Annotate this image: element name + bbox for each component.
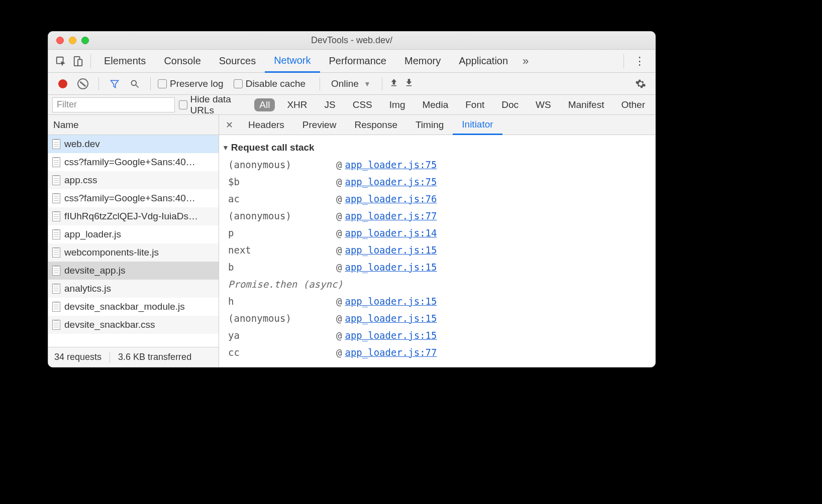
clear-button[interactable]: [74, 75, 91, 92]
at-symbol: @: [336, 347, 342, 358]
throttling-value: Online: [331, 78, 359, 89]
stack-source-link[interactable]: app_loader.js:75: [345, 159, 437, 170]
request-row[interactable]: analytics.js: [48, 280, 219, 298]
stack-source-link[interactable]: app_loader.js:15: [345, 313, 437, 324]
stack-source-link[interactable]: app_loader.js:76: [345, 193, 437, 204]
request-row[interactable]: devsite_app.js: [48, 262, 219, 280]
detail-tab-response[interactable]: Response: [345, 115, 406, 135]
tab-console[interactable]: Console: [155, 50, 210, 73]
file-icon: [52, 193, 60, 203]
panel-tabs: ElementsConsoleSourcesNetworkPerformance…: [48, 50, 655, 73]
filter-type-manifest[interactable]: Manifest: [563, 98, 609, 111]
minimize-window-button[interactable]: [69, 37, 76, 44]
record-button[interactable]: [54, 75, 71, 92]
request-row[interactable]: css?family=Google+Sans:40…: [48, 189, 219, 207]
stack-frame: b@app_loader.js:15: [221, 259, 648, 276]
stack-source-link[interactable]: app_loader.js:15: [345, 296, 437, 307]
at-symbol: @: [336, 313, 342, 324]
preserve-log-checkbox[interactable]: Preserve log: [158, 78, 224, 89]
column-header-name[interactable]: Name: [48, 115, 219, 135]
detail-tab-preview[interactable]: Preview: [293, 115, 346, 135]
tab-performance[interactable]: Performance: [320, 50, 396, 73]
file-icon: [52, 211, 60, 221]
stack-frame: ac@app_loader.js:76: [221, 190, 648, 207]
zoom-window-button[interactable]: [81, 37, 89, 44]
settings-menu-icon[interactable]: ⋮: [628, 55, 651, 68]
filter-type-all[interactable]: All: [254, 98, 275, 111]
filter-type-ws[interactable]: WS: [531, 98, 556, 111]
filter-type-font[interactable]: Font: [460, 98, 489, 111]
network-settings-icon[interactable]: [632, 75, 649, 92]
tab-application[interactable]: Application: [450, 50, 517, 73]
tab-sources[interactable]: Sources: [210, 50, 265, 73]
window-title: DevTools - web.dev/: [48, 35, 655, 46]
stack-frame: (anonymous)@app_loader.js:77: [221, 207, 648, 224]
download-har-icon[interactable]: [404, 78, 414, 89]
tab-elements[interactable]: Elements: [95, 50, 155, 73]
request-row[interactable]: app.css: [48, 171, 219, 189]
request-row[interactable]: webcomponents-lite.js: [48, 243, 219, 262]
network-content: Name web.devcss?family=Google+Sans:40…ap…: [48, 115, 655, 367]
at-symbol: @: [336, 227, 342, 238]
more-tabs-icon[interactable]: »: [517, 53, 534, 70]
at-symbol: @: [336, 193, 342, 204]
stack-source-link[interactable]: app_loader.js:77: [345, 347, 437, 358]
inspect-element-icon[interactable]: [52, 53, 69, 70]
hide-data-urls-label: Hide data URLs: [190, 94, 251, 116]
stack-function: (anonymous): [228, 313, 336, 324]
stack-function: ac: [228, 193, 336, 204]
stack-source-link[interactable]: app_loader.js:15: [345, 262, 437, 273]
detail-tab-initiator[interactable]: Initiator: [453, 115, 502, 135]
filter-type-doc[interactable]: Doc: [496, 98, 524, 111]
filter-type-xhr[interactable]: XHR: [282, 98, 312, 111]
stack-function: next: [228, 244, 336, 256]
stack-source-link[interactable]: app_loader.js:15: [345, 330, 437, 341]
call-stack: (anonymous)@app_loader.js:75$b@app_loade…: [221, 156, 648, 276]
disable-cache-checkbox[interactable]: Disable cache: [234, 78, 305, 89]
request-row[interactable]: app_loader.js: [48, 225, 219, 243]
request-name: devsite_snackbar.css: [64, 319, 155, 330]
request-row[interactable]: devsite_snackbar_module.js: [48, 298, 219, 316]
filter-type-img[interactable]: Img: [384, 98, 410, 111]
call-stack: h@app_loader.js:15(anonymous)@app_loader…: [221, 293, 648, 361]
transferred-size: 3.6 KB transferred: [118, 352, 191, 362]
stack-function: h: [228, 296, 336, 307]
filter-type-js[interactable]: JS: [320, 98, 341, 111]
request-row[interactable]: web.dev: [48, 135, 219, 153]
device-toolbar-icon[interactable]: [69, 53, 86, 70]
close-window-button[interactable]: [56, 37, 64, 44]
request-name: webcomponents-lite.js: [64, 247, 159, 258]
hide-data-urls-checkbox[interactable]: Hide data URLs: [179, 94, 250, 116]
stack-source-link[interactable]: app_loader.js:14: [345, 227, 437, 238]
stack-source-link[interactable]: app_loader.js:75: [345, 176, 437, 187]
request-row[interactable]: devsite_snackbar.css: [48, 316, 219, 334]
async-boundary: Promise.then (async): [221, 276, 648, 293]
file-icon: [52, 320, 60, 330]
upload-har-icon[interactable]: [389, 78, 398, 89]
tab-memory[interactable]: Memory: [395, 50, 450, 73]
stack-source-link[interactable]: app_loader.js:15: [345, 244, 437, 256]
request-name: fIUhRq6tzZclQEJ-Vdg-IuiaDs…: [64, 211, 198, 222]
throttling-select[interactable]: Online ▼: [327, 78, 375, 89]
filter-type-other[interactable]: Other: [616, 98, 650, 111]
close-detail-icon[interactable]: ✕: [219, 119, 239, 131]
filter-type-media[interactable]: Media: [417, 98, 453, 111]
detail-tab-timing[interactable]: Timing: [406, 115, 453, 135]
section-header[interactable]: ▼ Request call stack: [222, 142, 648, 153]
filter-icon[interactable]: [106, 75, 123, 92]
at-symbol: @: [336, 330, 342, 341]
detail-tab-headers[interactable]: Headers: [239, 115, 293, 135]
checkbox-icon: [158, 79, 167, 88]
file-icon: [52, 302, 60, 312]
preserve-log-label: Preserve log: [170, 78, 224, 89]
file-icon: [52, 284, 60, 294]
at-symbol: @: [336, 210, 342, 221]
request-row[interactable]: css?family=Google+Sans:40…: [48, 153, 219, 171]
devtools-window: DevTools - web.dev/ ElementsConsoleSourc…: [48, 31, 656, 367]
filter-type-css[interactable]: CSS: [348, 98, 377, 111]
request-row[interactable]: fIUhRq6tzZclQEJ-Vdg-IuiaDs…: [48, 207, 219, 225]
stack-source-link[interactable]: app_loader.js:77: [345, 210, 437, 221]
search-icon[interactable]: [126, 75, 143, 92]
tab-network[interactable]: Network: [265, 50, 320, 73]
filter-input[interactable]: Filter: [52, 97, 175, 112]
